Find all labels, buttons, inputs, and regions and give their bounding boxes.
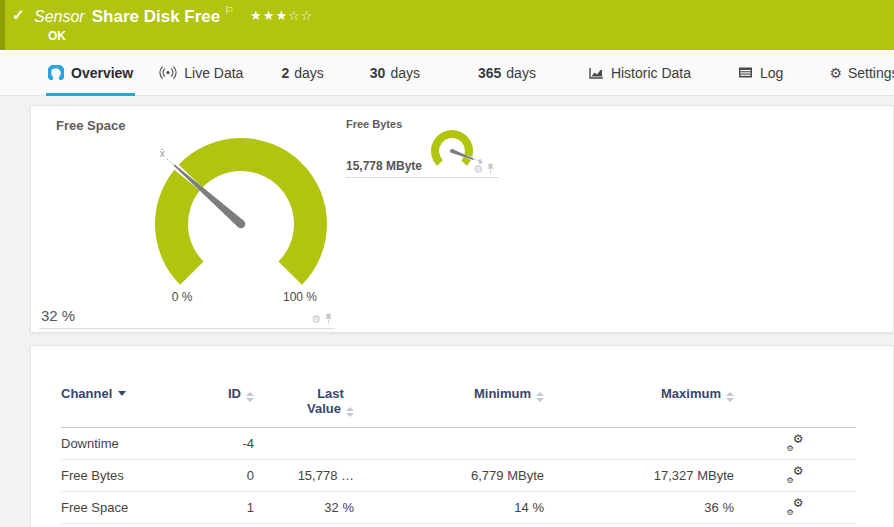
channel-last-value: 32 %: [256, 492, 356, 524]
tab-label: Live Data: [184, 65, 243, 81]
priority-stripe: [0, 0, 5, 50]
gear-icon[interactable]: ⚙: [473, 164, 483, 174]
gauge-scale-label: 0 %: [172, 290, 193, 304]
channel-id: -4: [211, 428, 256, 460]
page-title: Share Disk Free: [92, 7, 221, 26]
channel-minimum: 14 %: [356, 492, 546, 524]
tab-label: days: [294, 65, 324, 81]
pin-icon[interactable]: [486, 163, 495, 174]
free-space-gauge-tile: Free Space x̄0 %100 % 32 % ⚙: [36, 106, 338, 332]
gauge-title: Free Bytes: [346, 118, 402, 130]
gauges-panel: Free Space x̄0 %100 % 32 % ⚙ Free Bytes …: [30, 105, 894, 333]
channel-name: Downtime: [61, 428, 211, 460]
channels-panel: Channel ID Last Value Minimum Maximum Do…: [30, 345, 894, 527]
gauge-scale-label: 100 %: [283, 290, 317, 304]
live-data-icon: [159, 66, 177, 79]
channel-minimum: 6,779 MByte: [356, 460, 546, 492]
tab-label: days: [390, 65, 420, 81]
tab-log[interactable]: Log: [738, 50, 783, 96]
tab-settings[interactable]: ⚙ Settings: [829, 50, 894, 96]
table-header-row: Channel ID Last Value Minimum Maximum: [61, 386, 856, 428]
channel-settings-icon[interactable]: ⚙⚙: [787, 435, 804, 450]
object-kind-label: Sensor: [34, 8, 85, 25]
channel-name: Free Bytes: [61, 460, 211, 492]
channel-maximum: 17,327 MByte: [546, 460, 736, 492]
free-space-gauge: x̄0 %100 %: [36, 128, 346, 308]
column-header-last-value[interactable]: Last Value: [256, 386, 356, 428]
tab-365-days[interactable]: 365 days: [478, 50, 536, 96]
sort-icon: [536, 392, 544, 402]
table-row-free-bytes: Free Bytes 0 15,778 … 6,779 MByte 17,327…: [61, 460, 856, 492]
pin-icon[interactable]: [324, 313, 333, 324]
channel-id: 0: [211, 460, 256, 492]
chart-icon: [588, 66, 604, 80]
sort-desc-icon: [118, 391, 126, 396]
column-header-id[interactable]: ID: [211, 386, 256, 428]
tab-2-days[interactable]: 2 days: [281, 50, 323, 96]
stars-filled: ★★★: [250, 8, 288, 23]
tab-label: days: [506, 65, 536, 81]
log-icon: [738, 66, 753, 79]
tab-label: Historic Data: [611, 65, 691, 81]
gauge-value: 32 %: [41, 307, 75, 324]
column-header-settings: [736, 386, 856, 428]
avg-marker: x̄: [160, 148, 165, 159]
tab-live-data[interactable]: Live Data: [159, 50, 243, 96]
gauge-footer: 32 % ⚙: [39, 305, 335, 329]
stars-empty: ☆☆: [288, 8, 313, 23]
channel-maximum: 36 %: [546, 492, 736, 524]
table-row-downtime: Downtime -4 ⚙⚙: [61, 428, 856, 460]
tab-30-days[interactable]: 30 days: [370, 50, 420, 96]
table-row-free-space: Free Space 1 32 % 14 % 36 % ⚙⚙: [61, 492, 856, 524]
flag-icon[interactable]: ⚐: [224, 4, 234, 16]
channel-settings-icon[interactable]: ⚙⚙: [787, 499, 804, 514]
channel-name: Free Space: [61, 492, 211, 524]
channels-table: Channel ID Last Value Minimum Maximum Do…: [61, 386, 856, 524]
gear-icon: ⚙: [829, 65, 842, 81]
column-header-channel[interactable]: Channel: [61, 386, 211, 428]
channel-settings-icon[interactable]: ⚙⚙: [787, 467, 804, 482]
channel-last-value: [256, 428, 356, 460]
sort-icon: [726, 392, 734, 402]
tab-label: Overview: [71, 65, 133, 81]
tab-overview[interactable]: Overview: [48, 50, 133, 96]
tab-historic-data[interactable]: Historic Data: [588, 50, 691, 96]
free-bytes-gauge-tile: Free Bytes x̄ 15,778 MByte ⚙: [346, 106, 499, 178]
sensor-header: ✓ SensorShare Disk Free⚐★★★☆☆ OK: [0, 0, 894, 50]
priority-stars[interactable]: ★★★☆☆: [250, 8, 313, 23]
tab-bar: Overview Live Data 2 days 30 days 365 da…: [0, 50, 894, 96]
gauge-value: 15,778 MByte: [346, 159, 422, 173]
tab-label: Log: [760, 65, 783, 81]
avg-marker-line: [166, 158, 174, 165]
gear-icon[interactable]: ⚙: [311, 314, 321, 324]
column-header-minimum[interactable]: Minimum: [356, 386, 546, 428]
status-badge: OK: [48, 29, 66, 43]
tab-label: Settings: [848, 65, 894, 81]
gauge-icon: [48, 65, 64, 80]
channel-minimum: [356, 428, 546, 460]
needle-pivot: [237, 220, 246, 229]
sort-icon: [346, 407, 354, 417]
channel-last-value: 15,778 …: [256, 460, 356, 492]
status-ok-icon: ✓: [12, 6, 25, 24]
needle-pivot: [450, 149, 454, 153]
channel-id: 1: [211, 492, 256, 524]
sort-icon: [246, 392, 254, 402]
column-header-maximum[interactable]: Maximum: [546, 386, 736, 428]
channel-maximum: [546, 428, 736, 460]
